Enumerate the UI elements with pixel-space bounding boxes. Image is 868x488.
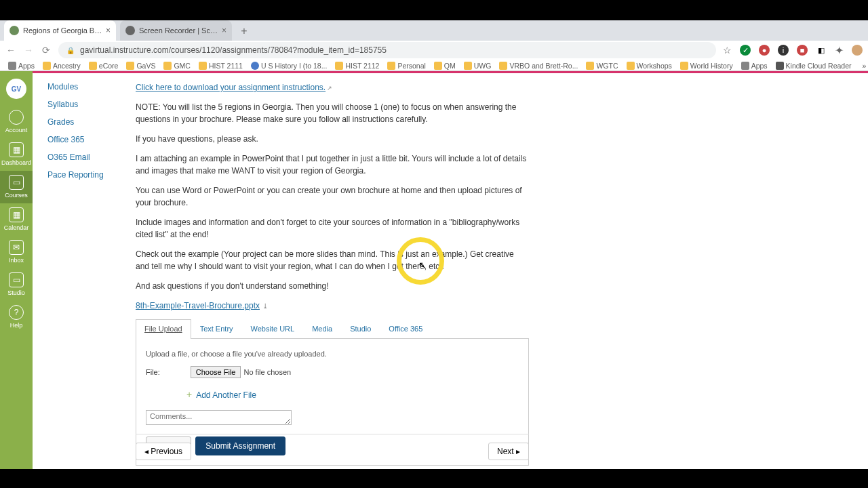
add-another-file-link[interactable]: + Add Another File bbox=[186, 388, 519, 402]
plus-icon: + bbox=[186, 388, 192, 402]
nav-logo[interactable]: GV bbox=[0, 75, 33, 106]
nav-calendar[interactable]: ▦Calendar bbox=[0, 203, 33, 236]
bookmark-item[interactable]: HIST 2111 bbox=[196, 62, 245, 70]
profile-avatar[interactable] bbox=[852, 45, 863, 56]
nav-studio[interactable]: ▭Studio bbox=[0, 268, 33, 301]
bookmark-item[interactable]: Ancestry bbox=[40, 62, 83, 70]
assignment-text: If you have questions, please ask. bbox=[136, 133, 529, 145]
folder-icon bbox=[434, 62, 442, 70]
bookmark-item[interactable]: U S History I (to 18... bbox=[248, 62, 330, 70]
nav-dashboard[interactable]: ▦Dashboard bbox=[0, 138, 33, 171]
browser-tab-inactive[interactable]: Screen Recorder | Screencast-O × bbox=[120, 20, 232, 41]
folder-icon bbox=[680, 62, 688, 70]
global-nav: GV Account ▦Dashboard ▭Courses ▦Calendar… bbox=[0, 71, 33, 488]
bookmark-item[interactable]: World History bbox=[677, 62, 736, 70]
external-link-icon: ↗ bbox=[327, 84, 334, 91]
nav-pace-reporting[interactable]: Pace Reporting bbox=[41, 166, 129, 184]
nav-courses[interactable]: ▭Courses bbox=[0, 171, 33, 203]
download-icon: ⤓ bbox=[262, 301, 271, 309]
forward-button[interactable]: → bbox=[23, 45, 34, 56]
assignment-text: You can use Word or PowerPoint or you ca… bbox=[136, 184, 529, 209]
tab-strip: Regions of Georgia Brochure As × Screen … bbox=[0, 20, 868, 41]
close-tab-icon[interactable]: × bbox=[222, 26, 226, 35]
folder-icon bbox=[251, 62, 259, 70]
folder-icon bbox=[586, 62, 594, 70]
tab-text-entry[interactable]: Text Entry bbox=[191, 319, 242, 338]
folder-icon bbox=[335, 62, 343, 70]
nav-office365[interactable]: Office 365 bbox=[41, 131, 129, 148]
bookmark-star-icon[interactable]: ☆ bbox=[723, 45, 732, 56]
extension-icon[interactable]: ✓ bbox=[740, 45, 751, 56]
bookmark-item[interactable]: GaVS bbox=[123, 62, 158, 70]
tab-file-upload[interactable]: File Upload bbox=[136, 319, 191, 339]
nav-grades[interactable]: Grades bbox=[41, 113, 129, 131]
assignment-text: Include images and information and don't… bbox=[136, 216, 529, 241]
bookmark-overflow[interactable]: » bbox=[860, 62, 869, 70]
next-button[interactable]: Next ▸ bbox=[488, 443, 529, 460]
previous-button[interactable]: ◂ Previous bbox=[136, 443, 191, 460]
nav-o365-email[interactable]: O365 Email bbox=[41, 148, 129, 166]
bookmark-item[interactable]: Workshops bbox=[624, 62, 675, 70]
folder-icon bbox=[387, 62, 395, 70]
choose-file-button[interactable]: Choose File bbox=[191, 366, 241, 378]
user-icon bbox=[9, 110, 24, 125]
studio-icon: ▭ bbox=[9, 272, 24, 287]
bookmark-item[interactable]: UWG bbox=[461, 62, 494, 70]
extensions-puzzle-icon[interactable]: ✦ bbox=[835, 44, 844, 57]
favicon-icon bbox=[9, 26, 19, 35]
folder-icon bbox=[163, 62, 172, 70]
nav-help[interactable]: ?Help bbox=[0, 301, 33, 333]
course-nav: Modules Syllabus Grades Office 365 O365 … bbox=[41, 78, 129, 184]
folder-icon bbox=[464, 62, 472, 70]
bookmark-item[interactable]: eCore bbox=[86, 62, 121, 70]
bookmark-item[interactable]: QM bbox=[431, 62, 458, 70]
favicon-icon bbox=[125, 26, 135, 35]
comments-input[interactable] bbox=[146, 410, 292, 425]
tab-office365[interactable]: Office 365 bbox=[380, 319, 431, 338]
assignment-text: I am attaching an example in PowerPoint … bbox=[136, 152, 529, 177]
tab-media[interactable]: Media bbox=[303, 319, 341, 338]
extension-icon[interactable]: ◧ bbox=[816, 45, 827, 56]
bookmark-apps[interactable]: Apps bbox=[5, 62, 37, 70]
download-instructions-link[interactable]: Click here to download your assignment i… bbox=[136, 83, 326, 92]
bookmark-item[interactable]: WGTC bbox=[583, 62, 620, 70]
tab-title: Regions of Georgia Brochure As bbox=[23, 26, 103, 35]
close-tab-icon[interactable]: × bbox=[106, 26, 111, 35]
nav-modules[interactable]: Modules bbox=[41, 78, 129, 96]
nav-inbox[interactable]: ✉Inbox bbox=[0, 236, 33, 268]
bookmark-item[interactable]: Kindle Cloud Reader bbox=[773, 62, 854, 70]
extension-icon[interactable]: ● bbox=[759, 45, 770, 56]
bookmark-item[interactable]: VRBO and Brett-Ro... bbox=[496, 62, 580, 70]
nav-account[interactable]: Account bbox=[0, 106, 33, 138]
file-status: No file chosen bbox=[243, 368, 291, 376]
browser-tab-active[interactable]: Regions of Georgia Brochure As × bbox=[4, 20, 116, 41]
reload-button[interactable]: ⟳ bbox=[41, 45, 52, 56]
new-tab-button[interactable]: + bbox=[236, 23, 252, 39]
url-input[interactable]: 🔒 gavirtual.instructure.com/courses/1120… bbox=[58, 42, 716, 58]
back-button[interactable]: ← bbox=[5, 45, 16, 56]
tab-title: Screen Recorder | Screencast-O bbox=[139, 26, 219, 35]
bookmarks-bar: Apps Ancestry eCore GaVS GMC HIST 2111 U… bbox=[0, 60, 868, 71]
extension-icon[interactable]: ■ bbox=[797, 45, 808, 56]
extension-icon[interactable]: i bbox=[778, 45, 789, 56]
apps-icon bbox=[741, 62, 749, 70]
module-nav: ◂ Previous Next ▸ bbox=[136, 434, 529, 460]
bookmark-item[interactable]: Apps bbox=[738, 62, 770, 70]
submission-tabs: File Upload Text Entry Website URL Media… bbox=[136, 319, 529, 339]
folder-icon bbox=[43, 62, 51, 70]
url-text: gavirtual.instructure.com/courses/1120/a… bbox=[80, 45, 387, 55]
bookmark-item[interactable]: GMC bbox=[161, 62, 193, 70]
dashboard-icon: ▦ bbox=[9, 142, 24, 157]
folder-icon bbox=[126, 62, 134, 70]
lock-icon: 🔒 bbox=[66, 47, 75, 54]
bookmark-item[interactable]: Personal bbox=[384, 62, 428, 70]
upload-hint: Upload a file, or choose a file you've a… bbox=[146, 348, 519, 360]
tab-studio[interactable]: Studio bbox=[341, 319, 380, 338]
attachment-link[interactable]: 8th-Example-Travel-Brochure.pptx bbox=[136, 301, 260, 310]
bookmark-item[interactable]: HIST 2112 bbox=[332, 62, 382, 70]
nav-syllabus[interactable]: Syllabus bbox=[41, 96, 129, 113]
apps-icon bbox=[8, 62, 16, 70]
kindle-icon bbox=[776, 62, 784, 70]
tab-website-url[interactable]: Website URL bbox=[242, 319, 304, 338]
assignment-text: Check out the example (Your project can … bbox=[136, 248, 529, 272]
